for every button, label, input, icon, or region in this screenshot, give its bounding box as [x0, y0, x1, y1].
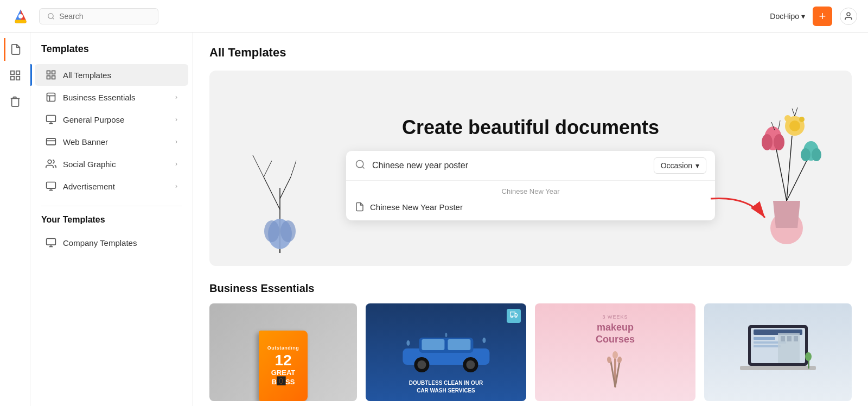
brand-name: DocHipo [770, 12, 799, 21]
svg-point-48 [789, 120, 800, 131]
sidebar-icon-trash[interactable] [4, 90, 27, 113]
brand-dropdown[interactable]: DocHipo ▾ [770, 12, 805, 21]
web-banner-icon [46, 136, 56, 147]
svg-point-2 [48, 13, 53, 18]
business-essentials-section-title: Business Essentials [209, 282, 852, 295]
svg-marker-40 [773, 201, 800, 228]
user-icon [844, 11, 853, 21]
deco-left [242, 134, 318, 255]
svg-rect-65 [448, 339, 470, 350]
car-wash-title: DOUBTLESS CLEAN IN OURCAR WASH SERVICES [409, 379, 483, 395]
svg-point-1 [18, 14, 23, 18]
svg-point-34 [264, 220, 279, 242]
logo[interactable] [11, 7, 30, 26]
svg-point-35 [280, 220, 296, 242]
sidebar-item-business-essentials[interactable]: Business Essentials › [35, 86, 188, 108]
svg-point-71 [482, 338, 486, 343]
template-card-laptop[interactable] [704, 303, 852, 401]
car-icon [510, 311, 518, 319]
occasion-dropdown-button[interactable]: Occasion ▾ [654, 157, 706, 174]
chevron-right-icon: › [175, 138, 177, 145]
svg-rect-10 [52, 76, 55, 79]
template-card-book[interactable]: Outstanding 12 GREAT B🅾SS [209, 303, 357, 401]
sidebar-item-social-graphic[interactable]: Social Graphic › [35, 153, 188, 175]
hero-search-box: Occasion ▾ Chinese New Year Chinese New … [346, 151, 715, 220]
svg-rect-5 [16, 71, 19, 74]
hero-banner: Create beautiful documents Occasion ▾ [209, 71, 852, 266]
chevron-right-icon: › [175, 93, 177, 101]
header-search-bar[interactable] [39, 8, 158, 24]
template-cards-row: Outstanding 12 GREAT B🅾SS [209, 303, 852, 401]
social-graphic-label: Social Graphic [63, 160, 116, 169]
occasion-chevron-icon: ▾ [695, 161, 699, 170]
dropdown-item-chinese-new-year-poster[interactable]: Chinese New Year Poster [355, 200, 706, 214]
svg-line-28 [264, 177, 280, 210]
dropdown-item-label: Chinese New Year Poster [370, 202, 463, 212]
svg-point-52 [801, 148, 810, 161]
svg-rect-87 [787, 336, 792, 341]
svg-rect-58 [510, 312, 515, 316]
icon-sidebar [0, 33, 30, 406]
advertisement-icon [46, 181, 56, 192]
svg-point-70 [406, 340, 410, 346]
nav-divider [41, 206, 182, 206]
red-arrow [705, 193, 770, 228]
web-banner-label: Web Banner [63, 137, 108, 147]
svg-rect-9 [52, 71, 55, 74]
hero-search-icon [355, 159, 366, 173]
svg-rect-7 [10, 77, 14, 80]
sidebar-section-title: Templates [30, 43, 193, 64]
all-templates-icon [46, 69, 56, 80]
svg-rect-15 [47, 116, 56, 122]
chevron-right-icon: › [175, 116, 177, 123]
dropdown-category: Chinese New Year [355, 187, 706, 195]
book-mockup: Outstanding 12 GREAT B🅾SS [259, 331, 308, 401]
template-card-car-wash[interactable]: DOUBTLESS CLEAN IN OURCAR WASH SERVICES [366, 303, 526, 401]
sidebar-icon-templates[interactable] [4, 64, 27, 87]
search-icon [47, 12, 55, 21]
svg-point-45 [762, 134, 773, 150]
svg-rect-4 [10, 71, 14, 74]
svg-point-37 [356, 160, 363, 167]
sidebar-item-general-purpose[interactable]: General Purpose › [35, 109, 188, 130]
svg-point-49 [784, 115, 791, 122]
svg-point-60 [511, 316, 513, 318]
header-search-input[interactable] [59, 12, 150, 21]
company-templates-label: Company Templates [63, 238, 137, 248]
svg-rect-84 [754, 345, 781, 347]
general-purpose-icon [46, 114, 56, 125]
hero-content: Create beautiful documents Occasion ▾ [346, 116, 715, 220]
svg-point-91 [805, 352, 812, 361]
svg-point-20 [48, 160, 52, 164]
template-card-makeup[interactable]: 3 Weeks makeupCourses [535, 303, 695, 401]
app-header: DocHipo ▾ + [0, 0, 868, 33]
svg-rect-11 [47, 76, 50, 79]
header-left [11, 7, 158, 26]
makeup-illustration [599, 350, 631, 393]
search-dropdown: Chinese New Year Chinese New Year Poster [346, 180, 715, 220]
main-content: All Templates [193, 33, 868, 406]
hero-search-input[interactable] [372, 161, 654, 170]
company-templates-icon [46, 237, 56, 248]
sidebar-item-web-banner[interactable]: Web Banner › [35, 131, 188, 153]
svg-line-41 [776, 147, 787, 201]
chevron-right-icon: › [175, 182, 177, 190]
add-button[interactable]: + [813, 7, 832, 26]
svg-rect-12 [47, 93, 55, 101]
svg-rect-86 [781, 336, 785, 341]
svg-point-3 [847, 12, 850, 16]
chevron-right-icon: › [175, 160, 177, 168]
sidebar-item-all-templates[interactable]: All Templates [35, 64, 188, 86]
page-title: All Templates [209, 46, 852, 60]
svg-line-56 [792, 109, 795, 116]
car-illustration [380, 329, 513, 373]
brand-chevron-icon: ▾ [801, 12, 805, 21]
user-avatar[interactable] [840, 8, 857, 25]
sidebar-icon-documents[interactable] [4, 38, 27, 61]
sidebar-item-advertisement[interactable]: Advertisement › [35, 175, 188, 197]
sidebar-item-company-templates[interactable]: Company Templates [35, 232, 188, 253]
svg-rect-64 [422, 339, 444, 350]
svg-point-46 [774, 134, 784, 150]
svg-line-30 [264, 161, 272, 177]
svg-point-69 [466, 360, 475, 369]
